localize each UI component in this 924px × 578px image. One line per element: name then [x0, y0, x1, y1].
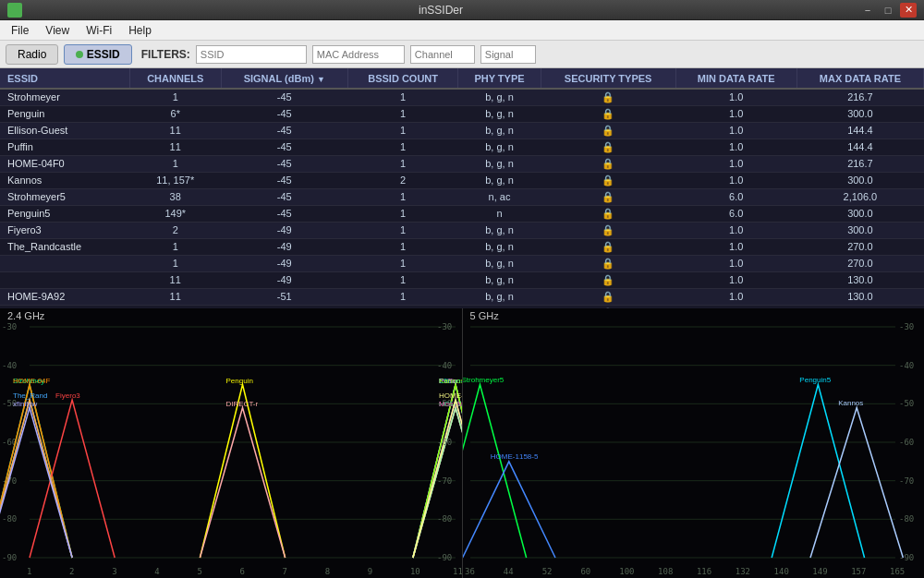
menu-view[interactable]: View	[38, 22, 77, 39]
sort-arrow: ▼	[317, 75, 325, 84]
signal-filter-input[interactable]	[480, 45, 536, 64]
table-cell: -51	[221, 288, 347, 305]
lock-icon: 🔒	[602, 141, 614, 152]
lock-icon: 🔒	[602, 191, 614, 202]
col-security[interactable]: SECURITY TYPES	[541, 68, 675, 89]
chart-2ghz: 2.4 GHz	[0, 308, 463, 578]
table-cell: 300.0	[796, 172, 923, 188]
ssid-filter-input[interactable]	[196, 45, 307, 64]
table-cell: n	[458, 205, 541, 222]
table-row[interactable]: 1-491b, g, n🔒1.0270.0	[0, 255, 924, 271]
table-cell: Puffin	[0, 138, 129, 155]
table-cell: 38	[129, 188, 221, 205]
table-cell: 1	[347, 205, 458, 222]
chart-5ghz-title: 5 GHz	[470, 310, 499, 321]
close-button[interactable]: ✕	[900, 3, 917, 18]
table-cell: b, g, n	[458, 271, 541, 288]
table-cell: 🔒	[541, 271, 675, 288]
table-cell: -49	[221, 271, 347, 288]
table-cell: 🔒	[541, 89, 675, 105]
table-row[interactable]: Ellison-Guest11-451b, g, n🔒1.0144.4	[0, 122, 924, 138]
table-cell: 🔒	[541, 155, 675, 172]
chart-2ghz-canvas	[0, 308, 463, 578]
menu-file[interactable]: File	[4, 22, 36, 39]
channel-filter-input[interactable]	[410, 45, 475, 64]
lock-icon: 🔒	[602, 274, 614, 285]
table-cell: Kannos	[0, 172, 129, 188]
table-cell: 1	[129, 238, 221, 255]
table-row[interactable]: Kannos11, 157*-452b, g, n🔒1.0300.0	[0, 172, 924, 188]
table-cell: 🔒	[541, 105, 675, 122]
table-cell: 🔒	[541, 288, 675, 305]
essid-dot	[76, 51, 83, 58]
essid-label: ESSID	[87, 48, 120, 61]
table-cell: 270.0	[796, 238, 923, 255]
lock-icon: 🔒	[602, 241, 614, 252]
col-channels[interactable]: CHANNELS	[129, 68, 221, 89]
table-row[interactable]: Penguin6*-451b, g, n🔒1.0300.0	[0, 105, 924, 122]
table-cell: 1	[129, 89, 221, 105]
window-controls: − □ ✕	[859, 3, 917, 18]
menu-help[interactable]: Help	[121, 22, 159, 39]
table-row[interactable]: Puffin11-451b, g, n🔒1.0144.4	[0, 138, 924, 155]
table-cell: 6.0	[675, 188, 796, 205]
titlebar: inSSIDer − □ ✕	[0, 0, 924, 20]
table-cell: -45	[221, 89, 347, 105]
table-row[interactable]: Penguin5149*-451n🔒6.0300.0	[0, 205, 924, 222]
table-cell: 11, 157*	[129, 172, 221, 188]
table-cell: 1.0	[675, 238, 796, 255]
table-cell: -45	[221, 122, 347, 138]
table-cell: 1.0	[675, 138, 796, 155]
charts-area: 2.4 GHz 5 GHz	[0, 308, 924, 578]
table-cell: 1.0	[675, 255, 796, 271]
lock-icon: 🔒	[602, 175, 614, 186]
table-cell: b, g, n	[458, 238, 541, 255]
table-cell: 1	[347, 255, 458, 271]
table-row[interactable]: HOME-04F01-451b, g, n🔒1.0216.7	[0, 155, 924, 172]
radio-tab[interactable]: Radio	[6, 44, 58, 65]
table-cell: b, g, n	[458, 172, 541, 188]
table-cell: 149*	[129, 205, 221, 222]
table-row[interactable]: Strohmeyer538-451n, ac🔒6.02,106.0	[0, 188, 924, 205]
table-cell: Strohmeyer5	[0, 188, 129, 205]
table-cell: Penguin	[0, 105, 129, 122]
table-cell: b, g, n	[458, 222, 541, 238]
table-cell: 🔒	[541, 222, 675, 238]
minimize-button[interactable]: −	[859, 3, 876, 18]
table-cell: n, ac	[458, 188, 541, 205]
table-cell: Ellison-Guest	[0, 122, 129, 138]
table-cell: Fiyero3	[0, 222, 129, 238]
mac-filter-input[interactable]	[312, 45, 405, 64]
restore-button[interactable]: □	[880, 3, 896, 18]
table-cell: 1	[347, 105, 458, 122]
table-cell: 1.0	[675, 172, 796, 188]
table-row[interactable]: Strohmeyer1-451b, g, n🔒1.0216.7	[0, 89, 924, 105]
app-icon	[7, 3, 22, 18]
menubar: File View Wi-Fi Help	[0, 20, 924, 41]
menu-wifi[interactable]: Wi-Fi	[79, 22, 119, 39]
table-cell: 300.0	[796, 205, 923, 222]
table-cell	[0, 255, 129, 271]
table-row[interactable]: HOME-9A9211-511b, g, n🔒1.0130.0	[0, 288, 924, 305]
col-max-rate[interactable]: MAX DATA RATE	[796, 68, 923, 89]
table-cell: 1.0	[675, 89, 796, 105]
svg-point-0	[10, 6, 19, 15]
table-cell: 11	[129, 122, 221, 138]
col-essid[interactable]: ESSID	[0, 68, 129, 89]
table-cell: 216.7	[796, 155, 923, 172]
table-row[interactable]: The_Randcastle1-491b, g, n🔒1.0270.0	[0, 238, 924, 255]
table-row[interactable]: 11-491b, g, n🔒1.0130.0	[0, 271, 924, 288]
col-min-rate[interactable]: MIN DATA RATE	[675, 68, 796, 89]
table-cell: 11	[129, 271, 221, 288]
col-bssid-count[interactable]: BSSID COUNT	[347, 68, 458, 89]
col-phy-type[interactable]: PHY TYPE	[458, 68, 541, 89]
lock-icon: 🔒	[602, 108, 614, 119]
table-cell: b, g, n	[458, 138, 541, 155]
table-cell: 1	[347, 138, 458, 155]
table-cell: 144.4	[796, 138, 923, 155]
table-cell: 1.0	[675, 222, 796, 238]
table-cell: b, g, n	[458, 122, 541, 138]
col-signal[interactable]: SIGNAL (dBm) ▼	[221, 68, 347, 89]
table-row[interactable]: Fiyero32-491b, g, n🔒1.0300.0	[0, 222, 924, 238]
essid-tab[interactable]: ESSID	[64, 44, 131, 65]
